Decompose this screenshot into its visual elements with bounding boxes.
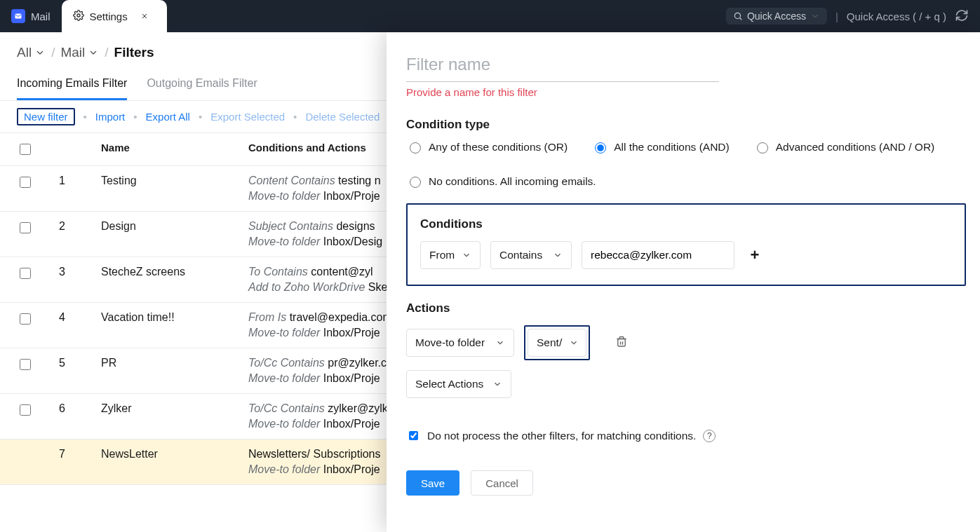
topbar: Mail Settings Quick Access | Quick Acces…	[0, 0, 980, 32]
row-index: 4	[59, 311, 101, 324]
tab-outgoing-filters[interactable]: Outgoing Emails Filter	[147, 70, 257, 100]
row-name: Design	[101, 220, 248, 233]
chevron-down-icon	[553, 250, 563, 260]
condition-type-title: Condition type	[406, 118, 966, 132]
tab-mail-label: Mail	[31, 11, 51, 22]
breadcrumb-all[interactable]: All	[17, 45, 46, 60]
delete-selected-link[interactable]: Delete Selected	[305, 111, 380, 123]
select-all-checkbox[interactable]	[20, 144, 31, 155]
quick-access-area: Quick Access | Quick Access ( / + q )	[726, 0, 980, 32]
filter-name-input[interactable]	[406, 50, 719, 82]
row-name: NewsLetter	[101, 448, 248, 461]
skip-other-filters-label: Do not process the other filters, for ma…	[427, 430, 696, 442]
filter-name-error: Provide a name for this filter	[406, 86, 966, 98]
condition-value-input[interactable]	[582, 241, 734, 269]
new-filter-link[interactable]: New filter	[24, 111, 68, 123]
chevron-down-icon	[495, 338, 505, 348]
quick-access-pill-label: Quick Access	[747, 11, 806, 22]
mail-app-icon	[11, 9, 25, 23]
actions-title: Actions	[406, 301, 966, 315]
tab-incoming-filters[interactable]: Incoming Emails Filter	[17, 70, 127, 100]
cancel-button[interactable]: Cancel	[471, 470, 533, 496]
delete-action-button[interactable]	[615, 336, 628, 350]
gear-icon	[73, 10, 84, 23]
condition-operator-dropdown[interactable]: Contains	[490, 241, 572, 269]
export-selected-link[interactable]: Export Selected	[210, 111, 285, 123]
svg-point-1	[77, 14, 80, 17]
skip-other-filters-checkbox[interactable]	[409, 431, 418, 440]
quick-access-hint: Quick Access ( / + q )	[847, 11, 946, 22]
chevron-down-icon	[34, 47, 46, 58]
row-index: 3	[59, 266, 101, 278]
chevron-down-icon	[88, 47, 99, 58]
export-all-link[interactable]: Export All	[146, 111, 190, 123]
add-action-dropdown[interactable]: Select Actions	[406, 370, 511, 398]
row-name: Testing	[101, 175, 248, 187]
svg-point-2	[734, 13, 740, 18]
action-type-dropdown[interactable]: Move-to folder	[406, 329, 514, 357]
row-name: Zylker	[101, 402, 248, 415]
row-checkbox[interactable]	[20, 268, 31, 279]
breadcrumb-mail[interactable]: Mail	[60, 45, 99, 60]
save-button[interactable]: Save	[406, 470, 459, 496]
condition-type-radios: Any of these conditions (OR) All the con…	[406, 140, 966, 188]
import-link[interactable]: Import	[95, 111, 126, 123]
action-row: Move-to folder Sent/	[406, 325, 966, 360]
conditions-title: Conditions	[420, 217, 952, 231]
row-index: 1	[59, 175, 101, 187]
condition-row: From Contains +	[420, 241, 952, 269]
radio-all[interactable]: All the conditions (AND)	[591, 140, 730, 154]
row-index: 2	[59, 220, 101, 233]
row-checkbox[interactable]	[20, 222, 31, 233]
action-folder-dropdown[interactable]: Sent/	[528, 329, 586, 357]
add-condition-button[interactable]: +	[744, 246, 765, 264]
chevron-down-icon	[810, 11, 820, 21]
condition-field-dropdown[interactable]: From	[420, 241, 481, 269]
search-icon	[733, 11, 743, 21]
conditions-box: Conditions From Contains +	[406, 203, 966, 286]
row-checkbox[interactable]	[20, 177, 31, 188]
tab-settings-label: Settings	[90, 11, 128, 22]
sync-icon[interactable]	[955, 8, 969, 25]
radio-any[interactable]: Any of these conditions (OR)	[406, 140, 568, 154]
tab-close-button[interactable]	[137, 9, 152, 23]
breadcrumb-current: Filters	[114, 45, 154, 60]
tab-settings[interactable]: Settings	[62, 0, 167, 32]
chevron-down-icon	[492, 379, 502, 389]
row-index: 7	[59, 448, 101, 461]
radio-none[interactable]: No conditions. All incoming emails.	[406, 175, 966, 188]
row-name: PR	[101, 357, 248, 369]
row-index: 5	[59, 357, 101, 369]
row-checkbox[interactable]	[20, 313, 31, 325]
col-name: Name	[101, 142, 248, 154]
help-icon[interactable]: ?	[703, 430, 716, 442]
chevron-down-icon	[462, 250, 471, 260]
breadcrumb-mail-label: Mail	[60, 45, 85, 60]
tab-mail[interactable]: Mail	[0, 0, 62, 32]
row-checkbox[interactable]	[20, 359, 31, 370]
filter-edit-panel: Provide a name for this filter Condition…	[387, 32, 980, 532]
row-name: Vacation time!!	[101, 311, 248, 324]
quick-access-dropdown[interactable]: Quick Access	[726, 8, 827, 25]
row-checkbox[interactable]	[20, 404, 31, 416]
row-index: 6	[59, 402, 101, 415]
row-name: StecheZ screens	[101, 266, 248, 278]
radio-advanced[interactable]: Advanced conditions (AND / OR)	[753, 140, 935, 154]
breadcrumb-all-label: All	[17, 45, 32, 60]
chevron-down-icon	[569, 338, 579, 348]
svg-rect-3	[618, 339, 626, 346]
